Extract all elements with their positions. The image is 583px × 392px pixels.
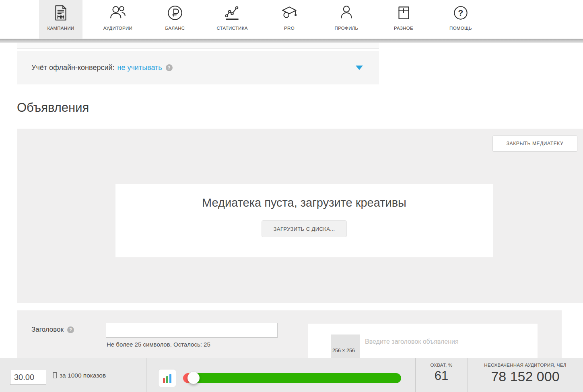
statistics-chart-icon xyxy=(223,4,241,24)
help-question-icon[interactable]: ? xyxy=(166,64,173,71)
offline-conversions-panel: Учёт офлайн-конверсий: не учитывать ? xyxy=(17,51,379,84)
reach-label: ОХВАТ, % xyxy=(415,363,468,367)
bar-chart-icon xyxy=(166,376,168,383)
svg-text:?: ? xyxy=(458,8,464,17)
title-field-hint: Не более 25 символов. Осталось: 25 xyxy=(107,341,210,348)
footer-divider xyxy=(146,358,146,392)
nav-label: РАЗНОЕ xyxy=(394,26,413,31)
media-library-empty-message: Медиатека пуста, загрузите креативы xyxy=(115,184,493,209)
ad-image-size-label: 256 × 256 xyxy=(332,348,355,353)
nav-item-campaigns[interactable]: КАМПАНИИ xyxy=(39,0,82,39)
unreached-audience-value: 78 152 000 xyxy=(468,369,583,384)
title-input[interactable] xyxy=(106,323,278,338)
nav-label: ПОМОЩЬ xyxy=(449,26,472,31)
top-navigation: КАМПАНИИ АУДИТОРИИ БАЛАНС xyxy=(0,0,583,39)
campaigns-document-icon xyxy=(52,4,70,24)
nav-label: ПРОФИЛЬ xyxy=(335,26,358,31)
unreached-audience-label: НЕОХВАЧЕННАЯ АУДИТОРИЯ, ЧЕЛ xyxy=(468,363,583,367)
bid-and-reach-footer: за 1000 показов ОХВАТ, % 61 НЕОХВАЧЕННАЯ… xyxy=(0,358,583,392)
bid-price-input[interactable] xyxy=(10,370,46,385)
bid-price-unit: за 1000 показов xyxy=(53,358,106,392)
audiences-people-icon xyxy=(109,4,127,24)
bar-chart-icon xyxy=(169,374,171,383)
chevron-down-icon[interactable] xyxy=(356,66,363,70)
ads-section-title: Объявления xyxy=(17,101,89,115)
horizontal-scrollbar[interactable] xyxy=(0,39,583,43)
nav-item-misc[interactable]: РАЗНОЕ xyxy=(382,0,425,39)
title-field-label: Заголовок xyxy=(31,326,64,334)
nav-item-help[interactable]: ? ПОМОЩЬ xyxy=(439,0,482,39)
help-question-icon[interactable]: ? xyxy=(67,326,74,333)
title-field-label-row: Заголовок ? xyxy=(31,326,74,334)
offline-conversions-label: Учёт офлайн-конверсий: xyxy=(31,64,115,72)
bar-chart-icon xyxy=(163,378,165,383)
nav-item-balance[interactable]: БАЛАНС xyxy=(153,0,197,39)
nav-label: АУДИТОРИИ xyxy=(103,26,132,31)
bid-slider[interactable] xyxy=(183,373,401,383)
bid-slider-track[interactable] xyxy=(183,373,401,383)
upload-from-disk-button[interactable]: ЗАГРУЗИТЬ С ДИСКА... xyxy=(262,220,347,237)
nav-item-audiences[interactable]: АУДИТОРИИ xyxy=(96,0,140,39)
media-library-panel: ЗАКРЫТЬ МЕДИАТЕКУ Медиатека пуста, загру… xyxy=(17,129,583,303)
close-media-library-button[interactable]: ЗАКРЫТЬ МЕДИАТЕКУ xyxy=(492,135,577,152)
previous-panel-edge xyxy=(17,43,379,49)
nav-label: СТАТИСТИКА xyxy=(216,26,247,31)
media-library-empty-state: Медиатека пуста, загрузите креативы ЗАГР… xyxy=(115,184,493,257)
profile-person-icon xyxy=(337,4,356,24)
help-question-icon: ? xyxy=(451,4,470,24)
nav-label: БАЛАНС xyxy=(165,26,185,31)
reach-stat-block: ОХВАТ, % 61 xyxy=(415,358,468,392)
mytarget-campaign-editor: КАМПАНИИ АУДИТОРИИ БАЛАНС xyxy=(0,0,583,392)
price-chart-button[interactable] xyxy=(158,369,176,387)
nav-item-pro[interactable]: PRO xyxy=(268,0,311,39)
ruble-missing-glyph-icon xyxy=(53,372,57,378)
nav-item-statistics[interactable]: СТАТИСТИКА xyxy=(210,0,254,39)
pro-graduation-cap-icon xyxy=(280,4,299,24)
nav-item-profile[interactable]: ПРОФИЛЬ xyxy=(325,0,368,39)
balance-ruble-icon xyxy=(166,4,184,24)
misc-grid-plus-icon xyxy=(394,4,413,24)
ad-title-placeholder-text: Введите заголовок объявления xyxy=(365,338,459,345)
bid-slider-handle[interactable] xyxy=(187,372,200,384)
nav-label: КАМПАНИИ xyxy=(47,26,74,31)
reach-value: 61 xyxy=(415,369,468,383)
bid-price-unit-label: за 1000 показов xyxy=(60,372,106,379)
nav-label: PRO xyxy=(284,26,295,31)
offline-conversions-value-link[interactable]: не учитывать xyxy=(117,64,162,72)
unreached-stat-block: НЕОХВАЧЕННАЯ АУДИТОРИЯ, ЧЕЛ 78 152 000 xyxy=(468,358,583,392)
